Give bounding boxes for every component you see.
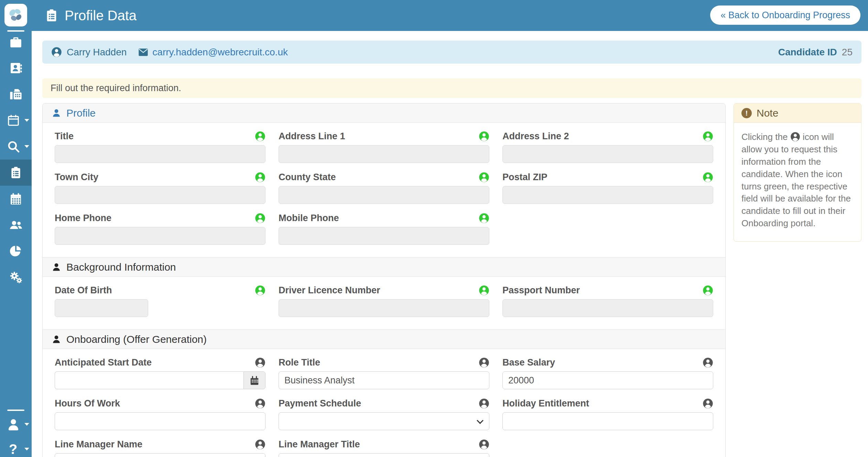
back-to-onboarding-button[interactable]: « Back to Onboarding Progress bbox=[710, 6, 860, 25]
sidebar-bottom-nav: ? bbox=[0, 412, 32, 457]
holiday-entitlement-input[interactable] bbox=[502, 412, 713, 430]
sidebar-item-calendar-menu[interactable] bbox=[0, 107, 32, 133]
request-from-candidate-icon[interactable] bbox=[479, 172, 489, 183]
note-panel: ! Note Clicking the icon will allow you … bbox=[734, 103, 861, 242]
alert-text: Fill out the required information. bbox=[51, 83, 181, 94]
field-payment-schedule: Payment Schedule bbox=[279, 398, 489, 430]
field-town-city: Town City bbox=[55, 172, 265, 204]
field-line-manager-name: Line Manager Name bbox=[55, 439, 265, 457]
field-county-state: County State bbox=[279, 172, 489, 204]
note-title: Note bbox=[757, 107, 778, 119]
role-title-input[interactable] bbox=[279, 371, 489, 389]
passport-number-input bbox=[502, 299, 713, 317]
anticipated-start-date-input[interactable] bbox=[55, 371, 243, 389]
caret-down-icon bbox=[24, 145, 29, 148]
line-manager-name-input[interactable] bbox=[55, 453, 265, 457]
field-label: Mobile Phone bbox=[279, 213, 339, 224]
request-from-candidate-icon[interactable] bbox=[703, 285, 713, 296]
field-home-phone: Home Phone bbox=[55, 213, 265, 245]
sidebar-item-schedule[interactable] bbox=[0, 186, 32, 212]
calendar-icon bbox=[7, 114, 20, 127]
app-logo[interactable] bbox=[4, 4, 27, 26]
request-from-candidate-icon[interactable] bbox=[255, 357, 265, 368]
field-line-manager-title: Line Manager Title bbox=[279, 439, 489, 457]
request-from-candidate-icon[interactable] bbox=[255, 398, 265, 409]
request-from-candidate-icon[interactable] bbox=[255, 439, 265, 450]
sidebar-item-help-menu[interactable]: ? bbox=[0, 437, 32, 457]
field-hours-of-work: Hours Of Work bbox=[55, 398, 265, 430]
sidebar-item-users[interactable] bbox=[0, 212, 32, 238]
user-circle-icon bbox=[790, 132, 800, 142]
caret-down-icon bbox=[24, 119, 29, 122]
candidate-name-group: Carry Hadden bbox=[51, 47, 127, 58]
field-label: Address Line 2 bbox=[502, 131, 569, 142]
request-from-candidate-icon[interactable] bbox=[479, 439, 489, 450]
driver-licence-number-input bbox=[279, 299, 489, 317]
sidebar-item-settings[interactable] bbox=[0, 264, 32, 290]
profile-fields: Title Address Line 1 bbox=[43, 123, 725, 257]
base-salary-input[interactable] bbox=[502, 371, 713, 389]
field-base-salary: Base Salary bbox=[502, 357, 713, 389]
field-label: Line Manager Name bbox=[55, 439, 142, 450]
page-header: Profile Data « Back to Onboarding Progre… bbox=[32, 0, 868, 31]
field-driver-licence-number: Driver Licence Number bbox=[279, 285, 489, 317]
candidate-name: Carry Hadden bbox=[67, 47, 127, 58]
request-from-candidate-icon[interactable] bbox=[255, 172, 265, 183]
request-from-candidate-icon[interactable] bbox=[255, 131, 265, 142]
field-label: Anticipated Start Date bbox=[55, 357, 152, 368]
field-passport-number: Passport Number bbox=[502, 285, 713, 317]
field-address-line-1: Address Line 1 bbox=[279, 131, 489, 163]
field-address-line-2: Address Line 2 bbox=[502, 131, 713, 163]
caret-down-icon bbox=[24, 448, 29, 450]
field-label: Title bbox=[55, 131, 74, 142]
field-anticipated-start-date: Anticipated Start Date bbox=[55, 357, 265, 389]
sidebar-item-search-menu[interactable] bbox=[0, 133, 32, 160]
sidebar-item-jobs[interactable] bbox=[0, 29, 32, 55]
sidebar-item-candidates[interactable] bbox=[0, 55, 32, 81]
sidebar-item-account-menu[interactable] bbox=[0, 412, 32, 437]
note-text-after: icon will allow you to request this info… bbox=[741, 132, 851, 228]
section-title: Onboarding (Offer Generation) bbox=[66, 334, 207, 345]
request-from-candidate-icon[interactable] bbox=[479, 285, 489, 296]
field-title: Title bbox=[55, 131, 265, 163]
briefcase-icon bbox=[9, 35, 22, 48]
profile-data-form-panel: Profile Title Address L bbox=[42, 103, 726, 457]
request-from-candidate-icon[interactable] bbox=[703, 357, 713, 368]
request-from-candidate-icon[interactable] bbox=[255, 213, 265, 224]
section-title: Profile bbox=[66, 107, 96, 119]
sidebar-item-fax[interactable] bbox=[0, 81, 32, 107]
person-icon bbox=[52, 108, 61, 118]
calendar-icon bbox=[249, 375, 260, 385]
page-title-text: Profile Data bbox=[65, 8, 137, 23]
title-input bbox=[55, 145, 265, 163]
field-date-of-birth: Date Of Birth bbox=[55, 285, 265, 317]
line-manager-title-input[interactable] bbox=[279, 453, 489, 457]
request-from-candidate-icon[interactable] bbox=[703, 172, 713, 183]
payment-schedule-select[interactable] bbox=[279, 412, 489, 430]
person-icon bbox=[52, 335, 61, 344]
main-content: Carry Hadden carry.hadden@webrecruit.co.… bbox=[32, 31, 868, 457]
postal-zip-input bbox=[502, 186, 713, 204]
request-from-candidate-icon[interactable] bbox=[703, 398, 713, 409]
section-title: Background Information bbox=[66, 261, 176, 273]
date-picker-button[interactable] bbox=[243, 371, 265, 389]
note-text-before: Clicking the bbox=[741, 132, 788, 142]
request-from-candidate-icon[interactable] bbox=[479, 213, 489, 224]
request-from-candidate-icon[interactable] bbox=[703, 131, 713, 142]
field-label: Role Title bbox=[279, 357, 320, 368]
request-from-candidate-icon[interactable] bbox=[479, 131, 489, 142]
candidate-id-value: 25 bbox=[842, 47, 853, 58]
request-from-candidate-icon[interactable] bbox=[479, 398, 489, 409]
clipboard-icon bbox=[45, 9, 58, 22]
sidebar-item-onboarding-active[interactable] bbox=[0, 160, 32, 186]
request-from-candidate-icon[interactable] bbox=[479, 357, 489, 368]
pie-chart-icon bbox=[9, 244, 22, 258]
background-fields: Date Of Birth Driver Licence Number bbox=[43, 277, 725, 329]
candidate-id-group: Candidate ID 25 bbox=[778, 47, 853, 58]
request-from-candidate-icon[interactable] bbox=[255, 285, 265, 296]
date-of-birth-input bbox=[55, 299, 148, 317]
hours-of-work-input[interactable] bbox=[55, 412, 265, 430]
candidate-email-link[interactable]: carry.hadden@webrecruit.co.uk bbox=[138, 47, 288, 58]
field-postal-zip: Postal ZIP bbox=[502, 172, 713, 204]
sidebar-item-reports[interactable] bbox=[0, 238, 32, 264]
